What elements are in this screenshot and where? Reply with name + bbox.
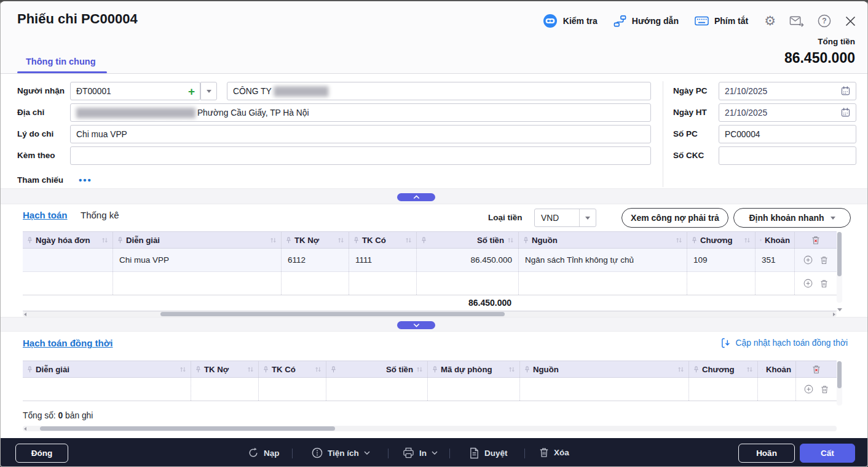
printer-icon — [403, 447, 414, 458]
quick-entry-button[interactable]: Định khoản nhanh — [733, 208, 851, 228]
save-button[interactable]: Cất — [800, 444, 855, 463]
collapse-down-button[interactable] — [397, 321, 435, 329]
print-button[interactable]: In — [403, 447, 438, 458]
column-header-amount[interactable]: Số tiền — [326, 361, 428, 377]
delete-all-rows-button[interactable] — [795, 232, 837, 248]
table-row[interactable]: Chi mua VPP 6112 1111 86.450.000 Ngân sá… — [23, 249, 837, 272]
sort-icon — [508, 366, 515, 373]
table-row-empty[interactable] — [23, 272, 837, 295]
pin-icon — [331, 366, 336, 373]
pin-icon — [286, 237, 291, 244]
view-payables-button[interactable]: Xem công nợ phải trả — [621, 208, 728, 228]
so-ckc-label: Số CKC — [673, 146, 704, 165]
add-row-icon[interactable] — [804, 385, 813, 394]
column-header-source[interactable]: Nguồn — [520, 361, 689, 377]
approve-button[interactable]: Duyệt — [469, 447, 508, 459]
column-header-source[interactable]: Nguồn — [519, 232, 687, 248]
column-header-debit[interactable]: TK Nợ — [191, 361, 259, 377]
column-header-reserve-code[interactable]: Mã dự phòng — [428, 361, 520, 377]
currency-select[interactable]: VND — [534, 209, 596, 227]
check-button[interactable]: Kiểm tra — [543, 14, 598, 28]
recipient-code-input[interactable]: ĐT00001 + — [70, 82, 200, 100]
scroll-left-arrow[interactable] — [24, 313, 26, 316]
delete-row-icon[interactable] — [821, 385, 829, 394]
recipient-label: Người nhận — [17, 82, 65, 100]
settings-icon[interactable]: ⚙ — [764, 15, 776, 28]
pin-icon — [117, 237, 123, 244]
utilities-button[interactable]: Tiện ích — [312, 447, 370, 458]
column-header-chapter[interactable]: Chương — [689, 361, 758, 377]
sort-icon — [270, 237, 277, 244]
date-ht-input[interactable]: 21/10/2025 — [719, 103, 856, 122]
horizontal-scrollbar[interactable] — [23, 311, 837, 317]
postpone-button[interactable]: Hoãn — [738, 444, 795, 463]
scrollbar-thumb[interactable] — [40, 426, 335, 431]
sort-icon — [676, 237, 682, 244]
footer-toolbar: Đóng Nạp Tiện ích In — [1, 438, 867, 467]
guide-button[interactable]: Hướng dẫn — [614, 15, 679, 28]
column-header-item[interactable]: Khoản — [756, 232, 795, 248]
recipient-dropdown-button[interactable] — [200, 82, 217, 100]
accounting-toolbar: Hạch toán Thống kê Loại tiền VND Xem côn… — [1, 204, 867, 231]
pin-icon — [523, 237, 529, 244]
tab-statistics[interactable]: Thống kê — [81, 210, 119, 220]
table-row-empty[interactable] — [23, 378, 837, 401]
scroll-down-arrow[interactable] — [837, 308, 842, 311]
column-header-amount[interactable]: Số tiền — [417, 232, 519, 248]
delete-row-icon[interactable] — [820, 279, 828, 288]
date-pc-input[interactable]: 21/10/2025 — [719, 82, 856, 100]
attachment-input[interactable] — [70, 146, 651, 165]
column-header-credit[interactable]: TK Có — [259, 361, 326, 377]
scrollbar-thumb[interactable] — [837, 361, 842, 388]
collapse-up-button[interactable] — [397, 193, 435, 201]
column-header-description[interactable]: Diễn giải — [113, 232, 282, 248]
delete-all-rows-button[interactable] — [796, 361, 837, 377]
so-pc-input[interactable]: PC00004 — [719, 125, 856, 143]
address-input[interactable]: ██████████████████████ Phường Cầu Giấy, … — [70, 103, 651, 122]
column-header-chapter[interactable]: Chương — [687, 232, 756, 248]
delete-row-icon[interactable] — [820, 256, 828, 265]
calendar-icon[interactable] — [841, 86, 850, 96]
shortcuts-button[interactable]: Phím tắt — [695, 16, 748, 26]
utilities-icon — [312, 447, 323, 458]
close-icon[interactable] — [845, 15, 856, 27]
reference-more-button[interactable]: ••• — [79, 171, 92, 190]
scroll-right-arrow[interactable] — [833, 313, 835, 316]
column-header-item[interactable]: Khoản — [758, 361, 796, 377]
currency-label: Loại tiền — [488, 213, 523, 222]
select-arrow — [579, 209, 596, 226]
reload-button[interactable]: Nạp — [248, 447, 280, 458]
scrollbar-thumb[interactable] — [837, 232, 842, 276]
chevron-down-icon — [432, 451, 438, 455]
vertical-scrollbar[interactable] — [837, 232, 842, 303]
chevron-down-icon — [364, 451, 370, 455]
column-header-invoice-date[interactable]: Ngày hóa đơn — [23, 232, 113, 248]
help-icon[interactable]: ? — [818, 14, 831, 28]
header-actions: Kiểm tra Hướng dẫn Phím tắt ⚙ — [543, 14, 856, 28]
record-count: Tổng số: 0 bản ghi — [23, 411, 93, 420]
simultaneous-section-title[interactable]: Hạch toán đồng thời — [23, 338, 112, 348]
tab-general-info[interactable]: Thông tin chung — [26, 57, 96, 66]
scrollbar-thumb[interactable] — [160, 312, 505, 316]
add-recipient-icon[interactable]: + — [183, 86, 200, 97]
add-row-icon[interactable] — [803, 255, 813, 265]
recipient-name-input[interactable]: CÔNG TY ██████████ — [227, 82, 651, 100]
scroll-left-arrow[interactable] — [24, 427, 26, 431]
column-header-debit[interactable]: TK Nợ — [282, 232, 349, 248]
horizontal-scrollbar[interactable] — [23, 426, 837, 431]
sort-icon — [746, 366, 753, 373]
tab-accounting[interactable]: Hạch toán — [23, 210, 68, 220]
attachment-label: Kèm theo — [17, 146, 55, 165]
delete-button[interactable]: Xóa — [539, 447, 569, 458]
calendar-icon[interactable] — [841, 108, 850, 118]
add-row-icon[interactable] — [803, 279, 813, 288]
vertical-scrollbar[interactable] — [837, 361, 842, 405]
column-header-description[interactable]: Diễn giải — [23, 361, 191, 377]
column-header-credit[interactable]: TK Có — [349, 232, 417, 248]
reason-input[interactable]: Chi mua VPP — [70, 125, 651, 143]
divider — [524, 449, 525, 458]
so-ckc-input[interactable] — [719, 146, 856, 165]
update-simultaneous-link[interactable]: Cập nhật hạch toán đồng thời — [721, 338, 848, 348]
close-button[interactable]: Đóng — [15, 444, 68, 463]
feedback-mail-icon[interactable] — [789, 15, 804, 27]
